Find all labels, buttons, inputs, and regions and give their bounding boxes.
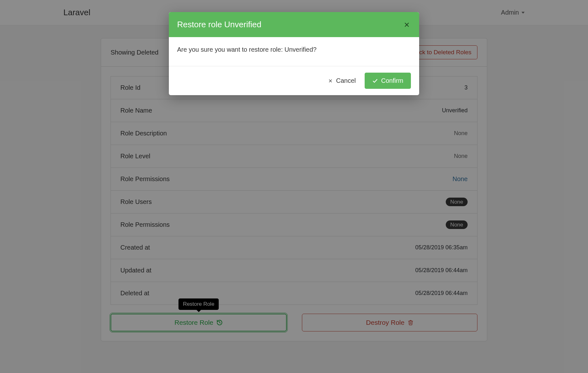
cancel-label: Cancel — [336, 77, 356, 84]
modal-footer: Cancel Confirm — [169, 66, 419, 95]
confirm-label: Confirm — [381, 77, 403, 84]
modal-body: Are you sure you want to restore role: U… — [169, 37, 419, 66]
close-icon — [404, 22, 410, 28]
modal-close-button[interactable] — [403, 21, 411, 29]
modal-header: Restore role Unverified — [169, 12, 419, 37]
modal-title: Restore role Unverified — [177, 20, 261, 29]
confirm-button[interactable]: Confirm — [365, 73, 411, 89]
cancel-button[interactable]: Cancel — [328, 77, 356, 84]
confirm-modal: Restore role Unverified Are you sure you… — [169, 12, 419, 95]
check-icon — [372, 78, 378, 84]
cancel-icon — [328, 78, 333, 83]
